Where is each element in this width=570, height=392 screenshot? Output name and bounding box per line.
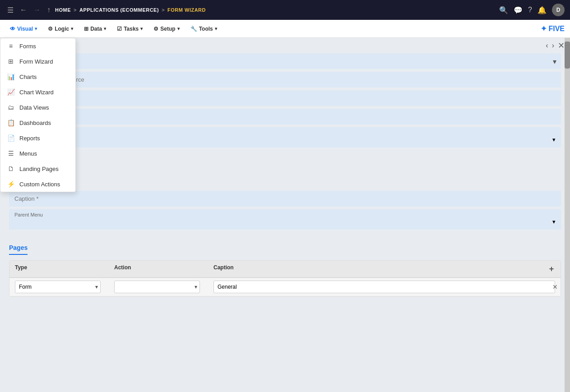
notification-icon[interactable]: 🔔: [538, 6, 547, 14]
charts-label: Charts: [19, 74, 37, 80]
setup-caret: ▾: [177, 26, 180, 31]
row-caption-input[interactable]: [213, 281, 555, 293]
main-wrapper: ‹ › ✕ Main Data Source * ▾: [0, 38, 570, 392]
forward-button[interactable]: →: [32, 4, 42, 16]
form-wizard-label: Form Wizard: [19, 58, 53, 65]
pages-table: Type Action Caption + Form ▾: [9, 260, 561, 297]
panel-header: ‹ › ✕: [0, 38, 570, 53]
landing-pages-label: Landing Pages: [19, 166, 59, 172]
logic-icon: ⚙: [48, 26, 53, 32]
nav-tools[interactable]: 🔧 Tools ▾: [186, 23, 222, 35]
forms-icon: ≡: [7, 42, 15, 50]
visual-caret: ▾: [35, 26, 37, 31]
nav-tasks[interactable]: ☑ Tasks ▾: [112, 23, 147, 35]
menus-icon: ☰: [7, 150, 15, 157]
data-caret: ▾: [104, 26, 106, 31]
caption-clear-btn[interactable]: ✕: [552, 283, 558, 291]
setup-icon: ⚙: [153, 26, 158, 32]
logic-label: Logic: [55, 26, 69, 32]
menu-menus[interactable]: ☰ Menus: [0, 146, 75, 161]
data-views-label: Data Views: [19, 104, 49, 111]
menu-forms[interactable]: ≡ Forms: [0, 38, 75, 54]
nav-logic[interactable]: ⚙ Logic ▾: [43, 23, 78, 35]
data-views-icon: 🗂: [7, 104, 15, 111]
dashboards-icon: 📋: [7, 119, 15, 126]
type-select-wrapper: Form ▾: [15, 281, 101, 293]
menu-landing-pages[interactable]: 🗋 Landing Pages: [0, 161, 75, 176]
data-icon: ⊞: [84, 26, 88, 32]
close-button[interactable]: ✕: [558, 42, 565, 50]
menu-data-views[interactable]: 🗂 Data Views: [0, 100, 75, 115]
menus-label: Menus: [19, 150, 37, 157]
scrollbar[interactable]: [565, 38, 570, 392]
action-id-field: [9, 109, 561, 125]
logic-caret: ▾: [71, 26, 73, 31]
form-body: Main Data Source * ▾ Pa: [0, 53, 570, 306]
caption-field: [9, 191, 561, 207]
nav-data[interactable]: ⊞ Data ▾: [79, 23, 111, 35]
reports-icon: 📄: [7, 134, 15, 142]
search-icon[interactable]: 🔍: [499, 6, 508, 14]
visual-dropdown: ≡ Forms ⊞ Form Wizard 📊 Charts 📈 Chart W…: [0, 38, 76, 192]
caption-input[interactable]: [9, 191, 561, 207]
landing-pages-icon: 🗋: [7, 165, 15, 172]
nav-visual[interactable]: 👁 Visual ▾: [5, 23, 42, 35]
nav-setup[interactable]: ⚙ Setup ▾: [149, 23, 184, 35]
name-field: [9, 90, 561, 106]
col-caption-header: Caption: [208, 264, 542, 274]
name-input[interactable]: [9, 90, 561, 106]
tools-icon: 🔧: [190, 26, 197, 32]
chart-wizard-icon: 📈: [7, 88, 15, 96]
menu-charts[interactable]: 📊 Charts: [0, 69, 75, 84]
chat-icon[interactable]: 💬: [514, 6, 523, 14]
menu-reports[interactable]: 📄 Reports: [0, 130, 75, 146]
menu-dashboards[interactable]: 📋 Dashboards: [0, 115, 75, 130]
avatar[interactable]: D: [552, 4, 565, 16]
main-data-source-select[interactable]: Main Data Source *: [9, 53, 561, 69]
home-label[interactable]: HOME: [55, 7, 71, 13]
tasks-label: Tasks: [124, 26, 139, 32]
nav-arrows: ‹ ›: [546, 42, 554, 50]
setup-label: Setup: [160, 26, 175, 32]
tasks-icon: ☑: [117, 26, 122, 32]
action-select[interactable]: [114, 281, 200, 293]
second-bar: 👁 Visual ▾ ⚙ Logic ▾ ⊞ Data ▾ ☑ Tasks ▾ …: [0, 20, 570, 38]
pages-section-title: Pages: [9, 244, 28, 255]
action-id-input[interactable]: [9, 109, 561, 125]
next-arrow[interactable]: ›: [552, 42, 554, 50]
tasks-caret: ▾: [140, 26, 143, 31]
reports-label: Reports: [19, 135, 40, 142]
charts-icon: 📊: [7, 73, 15, 80]
menu-chart-wizard[interactable]: 📈 Chart Wizard: [0, 84, 75, 100]
menu-form-wizard[interactable]: ⊞ Form Wizard: [0, 54, 75, 69]
add-menu-item-row: Add Menu Item: [9, 175, 561, 185]
top-bar: ☰ ← → ↑ HOME > APPLICATIONS (ECOMMERCE) …: [0, 0, 570, 20]
parent-menu-label: Parent Menu: [14, 212, 556, 217]
table-row: Form ▾ ▾: [9, 278, 561, 296]
breadcrumb-sep1: >: [74, 7, 77, 13]
pages-section: Pages Type Action Caption +: [9, 237, 561, 297]
table-header-row: Type Action Caption +: [9, 261, 561, 278]
page-nav-wrapper: Page Navigation * Top ▾: [9, 127, 561, 148]
select-main-input[interactable]: [9, 72, 561, 88]
help-icon[interactable]: ?: [528, 6, 532, 14]
scrollbar-thumb[interactable]: [565, 42, 570, 69]
hamburger-icon[interactable]: ☰: [5, 4, 15, 16]
form-wizard-icon: ⊞: [7, 58, 15, 65]
app-label[interactable]: APPLICATIONS (ECOMMERCE): [79, 7, 159, 13]
menu-custom-actions[interactable]: ⚡ Custom Actions: [0, 176, 75, 192]
visual-label: Visual: [17, 26, 33, 32]
tools-label: Tools: [199, 26, 213, 32]
type-cell: Form ▾: [9, 281, 109, 293]
visual-icon: 👁: [10, 26, 15, 32]
forms-label: Forms: [19, 43, 36, 50]
col-action-header: Action: [109, 264, 208, 274]
prev-arrow[interactable]: ‹: [546, 42, 548, 50]
action-cell: ▾: [109, 281, 208, 293]
type-select[interactable]: Form: [15, 281, 101, 293]
add-row-button[interactable]: +: [542, 264, 561, 274]
up-button[interactable]: ↑: [45, 4, 52, 16]
back-button[interactable]: ←: [18, 4, 29, 16]
top-bar-right: 🔍 💬 ? 🔔 D: [499, 4, 565, 16]
tools-caret: ▾: [215, 26, 217, 31]
